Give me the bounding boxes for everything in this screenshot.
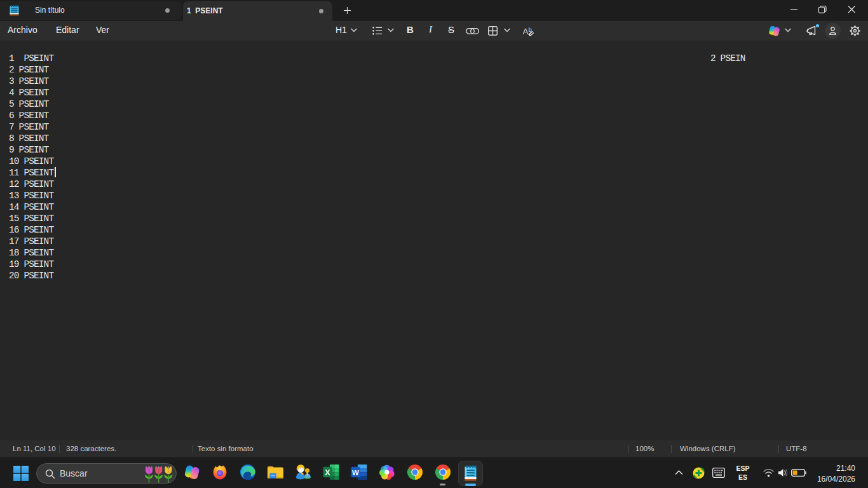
svg-text:A: A [523, 27, 529, 36]
svg-text:b: b [529, 26, 532, 33]
svg-text:X: X [325, 468, 330, 477]
svg-text:W: W [352, 469, 359, 477]
